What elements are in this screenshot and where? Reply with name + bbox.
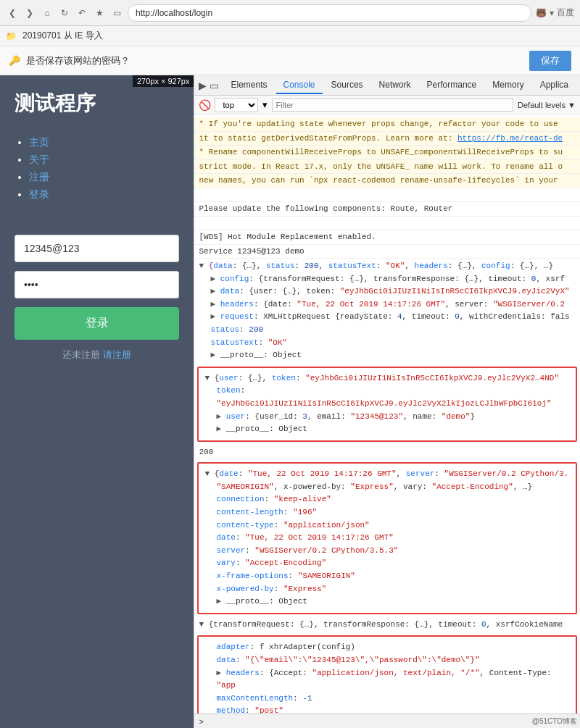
folder-icon: 📁 [6,31,17,41]
tab-console[interactable]: Console [276,77,323,94]
tab-network[interactable]: Network [372,77,418,94]
password-bar-text: 是否保存该网站的密码？ [26,54,523,67]
console-line: Service 12345@123 demo [194,245,580,259]
expand-arrow[interactable] [199,262,208,270]
request-line: request: XMLHttpRequest {readyState: 4, … [199,311,576,324]
config-detail-block: adapter: f xhrAdapter(config) data: "{\"… [197,635,577,714]
console-level-dropdown[interactable]: Default levels ▼ [518,101,576,109]
undo-button[interactable]: ↶ [75,7,88,20]
password-input[interactable] [14,271,179,298]
expand-arrow2[interactable] [204,374,214,382]
devtools-panel: ▶ ▭ Elements Console Sources Network Per… [194,75,580,728]
device-icon[interactable]: ▭ [210,80,219,91]
app-form: 登录 还未注册 请注册 [0,220,194,376]
data-line: data: {user: {…}, token: "eyJhbGci0iJIUz… [199,285,576,298]
tab-sources[interactable]: Sources [324,77,370,94]
pin-button[interactable]: ▭ [110,7,123,20]
nav-item-about[interactable]: 关于 [29,154,179,167]
register-hint: 还未注册 请注册 [14,348,179,361]
app-nav: 主页 关于 注册 登录 [0,125,194,213]
nav-link-login[interactable]: 登录 [29,188,49,200]
sameorigin-line: "SAMEORIGIN", x-powered-by: "Express", v… [204,481,570,494]
console-line: * If you're updating state whenever prop… [194,117,580,132]
nav-link-home[interactable]: 主页 [29,136,49,148]
link[interactable]: https://fb.me/react-de [457,134,563,143]
headers-line: headers: {date: "Tue, 22 Oct 2019 14:17:… [199,298,576,311]
tab-memory[interactable]: Memory [485,77,531,94]
statustext-val: statusText: "OK" [199,337,576,350]
headers-expandable: {date: "Tue, 22 Oct 2019 14:17:26 GMT", … [200,466,574,610]
tab-application[interactable]: Applica [533,77,576,94]
console-line: Please update the following components: … [194,202,580,217]
bookmark-item[interactable]: 20190701 从 IE 导入 [22,30,103,42]
console-line [194,188,580,203]
headers-accept-line: headers: {Accept: "application/json, tex… [204,667,570,693]
url-text: http://localhost/login [136,8,212,18]
user-token-expandable: {user: {…}, token: "eyJhbGci0iJIUzI1NiIs… [200,371,574,438]
nav-item-home[interactable]: 主页 [29,136,179,149]
proto-obj2: __proto__: Object [204,423,570,436]
devtools-icons: ▶ ▭ [199,80,219,91]
nav-link-register[interactable]: 注册 [29,171,49,183]
user-token-block: {user: {…}, token: "eyJhbGci0iJIUzI1NiIs… [197,367,577,442]
expand-arrow3[interactable] [204,469,214,478]
nav-item-login[interactable]: 登录 [29,188,179,201]
forward-button[interactable]: ❯ [23,7,36,20]
key-icon: 🔑 [9,55,20,66]
adapter-line: adapter: f xhrAdapter(config) [204,641,570,654]
console-bottom-bar: > [194,714,580,728]
login-button[interactable]: 登录 [14,307,179,340]
refresh-button[interactable]: ↻ [58,7,71,20]
tab-performance[interactable]: Performance [420,77,484,94]
back-button[interactable]: ❮ [6,7,19,20]
connection-line: connection: "keep-alive" [204,493,570,506]
save-password-button[interactable]: 保存 [529,51,571,71]
x-powered-line: x-powered-by: "Express" [204,583,570,596]
console-line: [WDS] Hot Module Replacement enabled. [194,230,580,245]
console-context-select[interactable]: top [215,98,258,112]
x-frame-line: x-frame-options: "SAMEORIGIN" [204,570,570,583]
config-summary: {transformRequest: {…}, transformRespons… [194,617,580,633]
clear-console-button[interactable]: 🚫 [199,99,210,111]
bookmark-star[interactable]: ★ [93,7,106,20]
server-line: server: "WSGIServer/0.2 CPython/3.5.3" [204,545,570,558]
date-line: date: "Tue, 22 Oct 2019 14:17:26 GMT" [204,532,570,545]
vary-line: vary: "Accept-Encoding" [204,557,570,570]
app-panel: 270px × 927px 测试程序 主页 关于 注册 登录 登录 还未注册 请… [0,75,194,728]
browser-toolbar: ❮ ❯ ⌂ ↻ ↶ ★ ▭ http://localhost/login 🐻 ▾… [0,0,580,26]
dimensions-overlay: 270px × 927px [133,75,194,87]
content-length-line: content-length: "196" [204,506,570,519]
register-link[interactable]: 请注册 [103,349,131,360]
proto-obj1: __proto__: Object [199,349,576,362]
tab-elements[interactable]: Elements [223,77,274,94]
nav-link-about[interactable]: 关于 [29,154,49,165]
bottom-arrow: > [199,717,203,726]
bookmark-bar: 📁 20190701 从 IE 导入 [0,26,580,46]
menu-arrow[interactable]: ▾ [550,8,554,18]
console-line: it to static getDerivedStateFromProps. L… [194,132,580,146]
watermark: @51CTO博客 [532,716,577,727]
console-line: new names, you can run `npx react-codemo… [194,174,580,188]
expand-arrow4[interactable] [199,620,208,629]
home-button[interactable]: ⌂ [41,7,54,20]
method-line: method: "post" [204,705,570,714]
user-obj: user: {user_id: 3, email: "12345@123", n… [204,411,570,424]
response-object-block: {data: {…}, status: 200, statusText: "OK… [194,259,580,364]
bookmark-label: 20190701 从 IE 导入 [22,30,103,42]
token-val: token: "eyJhbGci0iJIUzI1NiIsInR5cCI6IkpX… [204,385,570,410]
proto-obj3: __proto__: Object [204,595,570,608]
config-detail-expandable: adapter: f xhrAdapter(config) data: "{\"… [200,640,574,714]
nav-item-register[interactable]: 注册 [29,171,179,184]
console-line: strict mode. In React 17.x, only the UNS… [194,160,580,175]
console-line: * Rename componentWillReceiveProps to UN… [194,146,580,160]
status-200-line: 200 [194,445,580,460]
password-save-bar: 🔑 是否保存该网站的密码？ 保存 [0,46,580,75]
address-bar[interactable]: http://localhost/login [128,4,531,22]
data-payload-line: data: "{\"email\":\"12345@123\",\"passwo… [204,654,570,667]
max-content-line: maxContentLength: -1 [204,693,570,706]
inspect-icon[interactable]: ▶ [199,80,207,91]
console-output: * If you're updating state whenever prop… [194,114,580,714]
console-filter-input[interactable] [272,99,513,112]
status-val: status: 200 [199,324,576,337]
username-input[interactable] [14,235,179,262]
